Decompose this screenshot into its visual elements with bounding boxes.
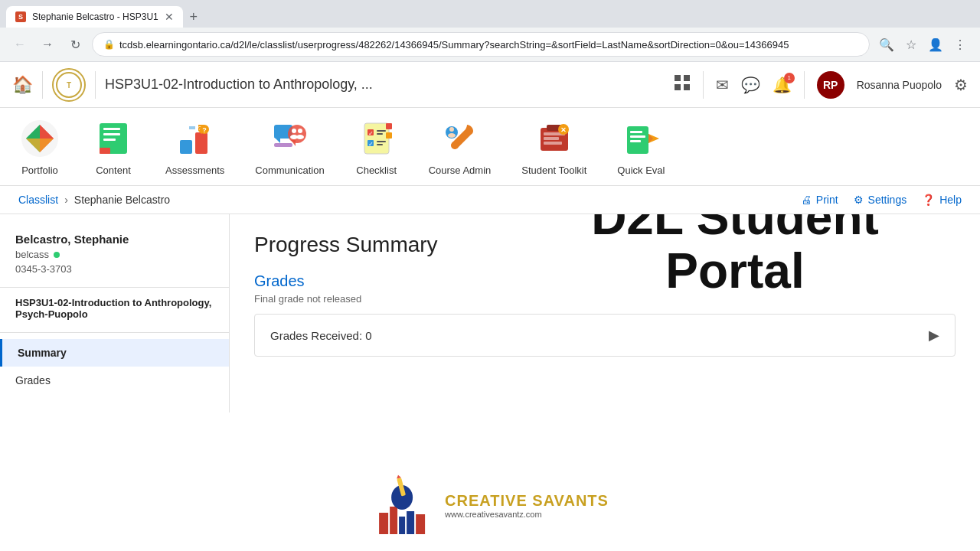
svg-rect-53 — [399, 517, 405, 534]
svg-rect-54 — [407, 511, 414, 534]
course-admin-label: Course Admin — [429, 165, 492, 176]
search-icon[interactable]: 🔍 — [876, 34, 897, 55]
svg-rect-32 — [377, 144, 383, 145]
student-name: Belcastro, Stephanie — [15, 233, 214, 246]
help-button[interactable]: ❓ Help — [922, 194, 962, 206]
nav-item-assessments[interactable]: ? ? Assessments — [165, 117, 224, 176]
profile-icon[interactable]: 👤 — [925, 34, 946, 55]
breadcrumb-bar: Classlist › Stephanie Belcastro 🖨 Print … — [0, 186, 980, 214]
grades-received-text: Grades Received: 0 — [270, 329, 372, 342]
forward-button[interactable]: → — [37, 34, 58, 55]
grades-received-label: Grades Received: — [270, 329, 365, 342]
reload-button[interactable]: ↻ — [64, 34, 86, 55]
settings-gear-icon: ⚙ — [854, 194, 864, 206]
sidebar-nav-summary[interactable]: Summary — [0, 339, 229, 367]
print-button[interactable]: 🖨 Print — [801, 194, 838, 206]
tab-title: Stephanie Belcastro - HSP3U1 — [32, 11, 158, 22]
communication-icon — [268, 117, 311, 160]
settings-button[interactable]: ⚙ Settings — [854, 194, 907, 206]
nav-icons-row: Portfolio Content ? ? — [0, 108, 980, 186]
grades-subtitle: Final grade not released — [254, 293, 956, 305]
svg-rect-8 — [103, 128, 120, 130]
assessments-label: Assessments — [165, 165, 224, 176]
svg-point-19 — [288, 125, 306, 143]
bell-icon[interactable]: 🔔 1 — [773, 76, 792, 94]
sidebar-nav-grades[interactable]: Grades — [0, 367, 229, 394]
lock-icon: 🔒 — [103, 39, 115, 50]
cs-text: CREATIVE SAVANTS www.creativesavantz.com — [445, 492, 609, 519]
main-panel: Progress Summary Grades Final grade not … — [230, 214, 980, 412]
svg-rect-34 — [386, 132, 392, 139]
grades-card[interactable]: Grades Received: 0 ▶ — [254, 314, 956, 357]
svg-rect-51 — [379, 513, 388, 534]
sidebar: Belcastro, Stephanie belcass 0345-3-3703… — [0, 214, 230, 412]
svg-rect-58 — [397, 478, 406, 497]
course-admin-icon — [438, 117, 481, 160]
svg-rect-33 — [386, 123, 392, 129]
online-indicator — [54, 252, 60, 258]
sidebar-nav: Summary Grades — [0, 333, 229, 400]
avatar[interactable]: RP — [817, 71, 844, 99]
student-info: Belcastro, Stephanie belcass 0345-3-3703 — [0, 227, 229, 288]
apps-icon[interactable] — [674, 74, 691, 95]
svg-rect-18 — [274, 143, 292, 147]
student-username-text: belcass — [15, 249, 49, 260]
home-button[interactable]: 🏠 — [12, 75, 33, 95]
svg-rect-57 — [393, 490, 411, 505]
svg-rect-28 — [377, 133, 383, 135]
grades-arrow-button[interactable]: ▶ — [929, 327, 939, 344]
active-tab[interactable]: S Stephanie Belcastro - HSP3U1 ✕ — [6, 6, 183, 28]
bookmark-icon[interactable]: ☆ — [900, 34, 922, 55]
tab-bar: S Stephanie Belcastro - HSP3U1 ✕ + — [0, 0, 980, 28]
chat-icon[interactable]: 💬 — [741, 76, 760, 94]
grades-section-title: Grades — [254, 272, 956, 290]
menu-icon[interactable]: ⋮ — [949, 34, 971, 55]
progress-title: Progress Summary — [254, 233, 956, 257]
grades-received-value: 0 — [365, 329, 371, 342]
checklist-label: Checklist — [356, 165, 397, 176]
settings-label: Settings — [868, 194, 907, 206]
breadcrumb: Classlist › Stephanie Belcastro — [18, 194, 170, 206]
settings-icon[interactable]: ⚙ — [954, 76, 968, 94]
quick-eval-icon — [619, 117, 662, 160]
svg-text:T: T — [67, 81, 71, 90]
nav-item-content[interactable]: Content — [92, 117, 135, 176]
nav-item-checklist[interactable]: ✓ ✓ Checklist — [355, 117, 398, 176]
header-divider2 — [95, 71, 96, 99]
svg-rect-12 — [180, 140, 192, 154]
back-button[interactable]: ← — [9, 34, 31, 55]
breadcrumb-classlist-link[interactable]: Classlist — [18, 194, 58, 206]
svg-rect-5 — [684, 84, 690, 90]
nav-item-quick-eval[interactable]: Quick Eval — [617, 117, 665, 176]
svg-rect-24 — [364, 123, 389, 154]
svg-point-20 — [292, 129, 296, 133]
header-actions: ✉ 💬 🔔 1 RP Rosanna Puopolo ⚙ — [674, 71, 968, 99]
svg-text:✓: ✓ — [368, 130, 373, 137]
svg-rect-55 — [416, 514, 425, 534]
address-bar: ← → ↻ 🔒 tcdsb.elearningontario.ca/d2l/le… — [0, 28, 980, 61]
tab-favicon: S — [15, 11, 26, 22]
content-label: Content — [96, 165, 131, 176]
nav-item-course-admin[interactable]: Course Admin — [429, 117, 492, 176]
assessments-icon: ? ? — [174, 117, 217, 160]
svg-point-56 — [391, 485, 413, 510]
svg-rect-49 — [630, 140, 641, 142]
nav-item-communication[interactable]: Communication — [255, 117, 324, 176]
content-wrapper: Belcastro, Stephanie belcass 0345-3-3703… — [0, 214, 980, 412]
svg-rect-4 — [675, 84, 681, 90]
svg-rect-27 — [377, 130, 386, 132]
mail-icon[interactable]: ✉ — [716, 76, 729, 94]
svg-rect-11 — [100, 148, 110, 154]
url-bar[interactable]: 🔒 tcdsb.elearningontario.ca/d2l/le/class… — [92, 32, 870, 57]
new-tab-button[interactable]: + — [183, 6, 204, 28]
nav-item-portfolio[interactable]: Portfolio — [18, 117, 61, 176]
svg-text:✕: ✕ — [560, 126, 567, 134]
svg-rect-2 — [675, 75, 681, 81]
student-id: 0345-3-3703 — [15, 263, 214, 275]
cs-website: www.creativesavantz.com — [445, 510, 609, 519]
svg-point-35 — [451, 142, 459, 149]
cs-brand-name: CREATIVE SAVANTS — [445, 492, 609, 510]
nav-item-student-toolkit[interactable]: ✕ Student Toolkit — [521, 117, 586, 176]
browser-chrome: S Stephanie Belcastro - HSP3U1 ✕ + ← → ↻… — [0, 0, 980, 62]
tab-close-button[interactable]: ✕ — [165, 11, 174, 23]
